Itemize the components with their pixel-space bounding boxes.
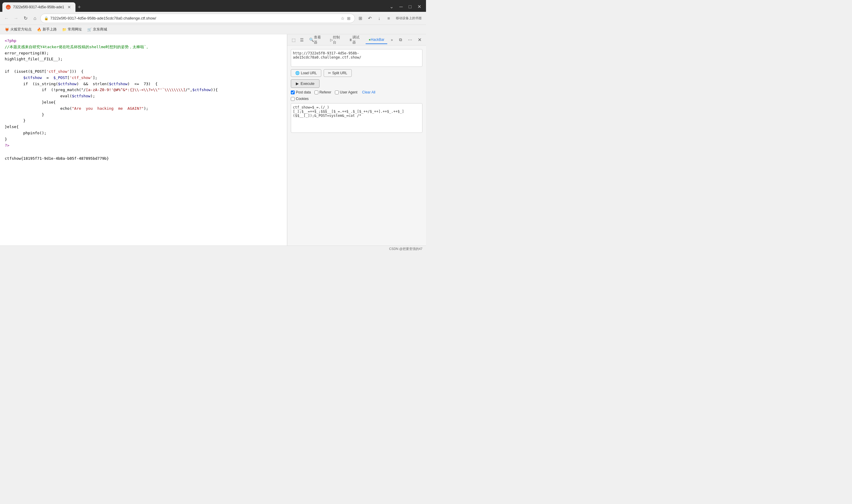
close-devtools-button[interactable]: ✕ [415,36,424,44]
cookies-checkbox-label[interactable]: Cookies [291,97,309,101]
debugger-label: 调试器 [352,35,362,45]
bookmark-label: 常用网址 [68,27,82,32]
hackbar-post-input[interactable] [291,103,422,133]
security-icon: 🔒 [44,16,49,20]
sync-button[interactable]: ↶ [366,14,374,22]
debugger-icon: ⏸ [349,38,352,42]
code-line-12: echo("Are you hacking me AGAIN?"); [5,106,282,112]
download-button[interactable]: ↓ [375,14,383,22]
grid-icon[interactable]: ⊞ [346,15,351,21]
code-line-13: } [5,112,282,118]
bookmark-label: 火狐官方站点 [10,27,32,32]
execute-label: Execute [301,81,314,86]
user-agent-checkbox[interactable] [335,90,339,94]
hackbar-url-buttons: 🌐 Load URL ✂ Split URL [291,69,422,77]
new-tab-button[interactable]: + [75,2,84,12]
code-line-8: if (is_string($ctfshow) && strlen($ctfsh… [5,81,282,87]
tab-debugger[interactable]: ⏸ 调试器 [346,36,365,44]
tab-right-controls: ⌄ ─ □ ✕ [387,3,424,12]
tab-list-button[interactable]: ⌄ [387,3,396,11]
page-content: <?php //本题灵感来自研究Y4tacker佬在吃瓜杯投稿的shellme时… [0,34,287,246]
tab-inspector[interactable]: 🔍 查看器 [306,36,326,44]
refresh-button[interactable]: ↻ [21,14,30,22]
cookies-label: Cookies [296,97,309,101]
execute-button[interactable]: ▶ Execute [291,79,320,88]
post-data-checkbox-label[interactable]: Post data [291,90,311,94]
browser-frame: 🦊 7322e5f0-9317-4d5e-958b-ade1 ✕ + ⌄ ─ □… [0,0,426,252]
user-agent-label: User Agent [340,90,357,94]
nav-right-controls: ⊞ ↶ ↓ ≡ 移动设备上的书签 [356,14,424,22]
post-data-checkbox[interactable] [291,90,295,94]
referer-label: Referer [320,90,331,94]
inspect-element-button[interactable]: ⬚ [290,36,297,44]
code-line-3: error_reporting(0); [5,50,282,56]
devtools-menu-button[interactable]: ⋯ [406,36,414,44]
maximize-button[interactable]: □ [406,3,414,11]
devtools-toolbar: ⬚ ☰ 🔍 查看器 ▷ 控制台 ⏸ 调试器 ● HackBar [287,34,426,46]
pick-element-button[interactable]: ☰ [298,36,306,44]
status-text: CSDN @把要变强的47 [389,247,422,251]
code-line-5 [5,62,282,69]
bookmark-firefox[interactable]: 🦊 火狐官方站点 [2,26,34,33]
code-line-1: <?php [5,38,282,44]
home-button[interactable]: ⌂ [31,14,39,22]
bookmarks-bar: 🦊 火狐官方站点 🔥 新手上路 📁 常用网址 🛒 京东商城 [0,25,426,34]
code-line-17: } [5,136,282,143]
browser-tab[interactable]: 🦊 7322e5f0-9317-4d5e-958b-ade1 ✕ [2,2,75,12]
bookmark-label: 新手上路 [42,27,57,32]
back-button[interactable]: ← [2,14,11,22]
tab-favicon: 🦊 [6,5,11,10]
post-data-label: Post data [296,90,311,94]
code-line-11: }else{ [5,100,282,106]
console-label: 控制台 [333,35,343,45]
inspector-label: 查看器 [314,35,323,45]
code-line-16: phpinfo(); [5,130,282,136]
bookmark-common[interactable]: 📁 常用网址 [60,26,84,33]
split-url-label: Split URL [332,71,347,75]
referer-checkbox-label[interactable]: Referer [314,90,331,94]
tab-close-button[interactable]: ✕ [67,4,72,10]
execute-icon: ▶ [296,81,299,86]
referer-checkbox[interactable] [314,90,318,94]
more-tabs-button[interactable]: » [388,36,396,44]
minimize-button[interactable]: ─ [397,3,405,11]
code-line-10: eval($ctfshow); [5,93,282,100]
clear-all-link[interactable]: Clear All [362,90,376,94]
tab-title: 7322e5f0-9317-4d5e-958b-ade1 [13,5,64,9]
address-bar[interactable]: 🔒 7322e5f0-9317-4d5e-958b-ade15cdc78a0.c… [40,14,355,23]
forward-button[interactable]: → [12,14,20,22]
code-line-14: } [5,118,282,124]
devtools-panel: ⬚ ☰ 🔍 查看器 ▷ 控制台 ⏸ 调试器 ● HackBar [287,34,426,246]
tab-console[interactable]: ▷ 控制台 [327,36,346,44]
status-bar: CSDN @把要变强的47 [0,246,426,252]
load-url-label: Load URL [301,71,317,75]
cookies-checkbox[interactable] [291,97,295,101]
flag-output: ctfshow{18195f71-9d1e-4b8a-b05f-487895bd… [5,156,282,162]
split-url-button[interactable]: ✂ Split URL [324,69,352,77]
star-icon[interactable]: ☆ [340,15,345,21]
mobile-bookmarks-button[interactable]: 移动设备上的书签 [394,15,424,21]
checkboxes-row-2: Cookies [291,97,422,101]
menu-button[interactable]: ≡ [385,14,393,22]
hackbar-url-input[interactable] [291,49,422,67]
user-agent-checkbox-label[interactable]: User Agent [335,90,357,94]
extensions-button[interactable]: ⊞ [356,14,364,22]
code-line-9: if (!preg_match("/[a-zA-Z0-9!'@#%^&*:{}\… [5,87,282,93]
firefox-icon: 🦊 [5,28,9,32]
bookmark-jd[interactable]: 🛒 京东商城 [85,26,109,33]
code-line-4: highlight_file(__FILE__); [5,56,282,62]
nav-bar: ← → ↻ ⌂ 🔒 7322e5f0-9317-4d5e-958b-ade15c… [0,12,426,25]
execute-row: ▶ Execute [291,79,422,88]
inspector-icon: 🔍 [309,38,314,42]
tab-hackbar[interactable]: ● HackBar [366,36,387,44]
bookmark-newuser[interactable]: 🔥 新手上路 [35,26,59,33]
hackbar-panel: 🌐 Load URL ✂ Split URL ▶ Execute [287,46,426,246]
expand-devtools-button[interactable]: ⧉ [396,36,405,44]
code-line-2: //本题灵感来自研究Y4tacker佬在吃瓜杯投稿的shellme时想到的姿势，… [5,44,282,50]
common-icon: 📁 [62,28,67,32]
code-line-6: if (isset($_POST['ctf_show'])) { [5,69,282,75]
code-line-18: ?> [5,143,282,149]
bookmark-label: 京东商城 [93,27,107,32]
load-url-button[interactable]: 🌐 Load URL [291,69,321,77]
close-button[interactable]: ✕ [415,3,424,11]
